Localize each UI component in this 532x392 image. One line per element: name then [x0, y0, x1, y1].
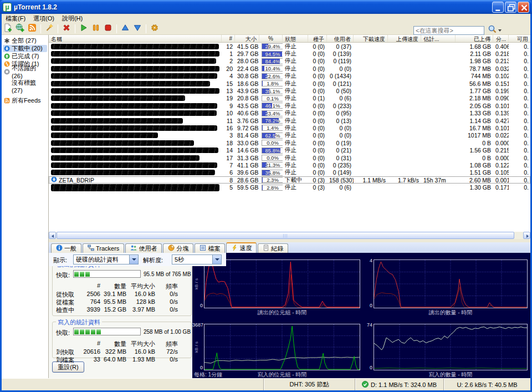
cell-pct: 0.0%0.0%: [259, 140, 283, 146]
cell-peers: 0 (6): [327, 184, 354, 191]
sidebar-item[interactable]: 已完成 (7): [3, 53, 47, 60]
column-header[interactable]: 名稱: [49, 35, 222, 42]
cell-ratio: 0.199: [493, 88, 509, 94]
table-row[interactable]: 113.76 GB78.2%78.2%停止0 (0)0 (13)1.14 GB0…: [49, 117, 530, 124]
toolbar-separator: [116, 24, 117, 33]
menu-item[interactable]: 說明(H): [58, 14, 86, 23]
search-dropdown-icon[interactable]: [498, 29, 502, 32]
cell-size: 81.4 GB: [235, 132, 259, 139]
table-row[interactable]: 639.6 GB35.8%35.8%停止0 (0)0 (149)1.51 GB0…: [49, 169, 530, 176]
tab-files[interactable]: 檔案: [195, 243, 225, 253]
column-header[interactable]: 大小: [235, 35, 259, 42]
menu-item[interactable]: 檔案(F): [2, 14, 29, 23]
table-row[interactable]: ZETA_BDRIP828.6 GB2.3%2.3%下載中0 (3)158 (5…: [49, 176, 530, 184]
rss-button[interactable]: [26, 23, 38, 34]
restore-button[interactable]: [505, 2, 516, 13]
cell-name: ZETA_BDRIP: [49, 176, 222, 184]
combo-arrow-icon[interactable]: [212, 255, 221, 264]
column-header[interactable]: 使用者: [327, 35, 354, 42]
column-header[interactable]: 下載速度: [354, 35, 388, 42]
progress-bar: 10.4%10.4%: [262, 65, 283, 72]
progress-bar: 1.8%1.8%: [262, 80, 283, 86]
sidebar-item[interactable]: 下載中 (20): [3, 45, 47, 52]
column-header[interactable]: 上傳速度: [388, 35, 421, 42]
censored-name: [51, 133, 158, 138]
sidebar-item[interactable]: 沒有標籤 (27): [3, 83, 47, 90]
title-bar[interactable]: µ µTorrent 1.8.2: [0, 0, 532, 14]
table-row[interactable]: 1731.3 GB0.0%0.0%停止0 (0)0 (31)0 B0.0000.: [49, 154, 530, 161]
column-header[interactable]: 已上傳: [456, 35, 493, 42]
scroll-right-button[interactable]: [523, 232, 530, 239]
table-row[interactable]: 741.1 GB21.3%21.3%停止0 (0)0 (235)1.08 GB0…: [49, 161, 530, 169]
tab-logger[interactable]: 紀錄: [258, 243, 288, 253]
tab-general[interactable]: 一般: [51, 243, 81, 253]
horizontal-scrollbar[interactable]: [49, 232, 530, 239]
table-row[interactable]: 1414.6 GB85.8%85.8%停止0 (0)0 (21)1.56 GB0…: [49, 146, 530, 154]
stop-button[interactable]: [102, 23, 114, 34]
rss-icon: [4, 98, 10, 104]
table-row[interactable]: 430.8 GB22.6%22.6%停止0 (0)0 (1434)744 MB0…: [49, 73, 530, 80]
menu-item[interactable]: 選項(O): [29, 14, 58, 23]
column-header[interactable]: #: [222, 35, 235, 42]
cell-status: 停止: [283, 109, 308, 117]
tab-pieces[interactable]: 分塊: [163, 243, 193, 253]
column-header[interactable]: 估計...: [421, 35, 456, 42]
search-input[interactable]: [413, 26, 484, 35]
stop-icon: [104, 23, 112, 34]
cell-pct: 23.4%23.4%: [259, 110, 283, 116]
progress-bar: 35.1%35.1%: [262, 88, 283, 94]
table-row[interactable]: 1241.5 GB29.4%29.4%停止0 (0)0 (37)1.68 GB0…: [49, 43, 530, 50]
add-url-button[interactable]: [14, 23, 26, 34]
table-row[interactable]: 381.4 GB62.5%62.5%停止0 (0)0 (0)1017 MB0.0…: [49, 132, 530, 139]
sidebar-item[interactable]: 全部 (27): [3, 37, 47, 44]
sidebar-item[interactable]: 所有Feeds: [3, 97, 47, 104]
preferences-button[interactable]: [149, 23, 161, 34]
tab-speed[interactable]: 速度: [226, 242, 257, 253]
add-torrent-button[interactable]: [2, 23, 14, 34]
move-down-button[interactable]: [131, 23, 144, 34]
column-header[interactable]: 狀態: [283, 35, 308, 42]
tab-trackers[interactable]: Trackers: [83, 243, 124, 253]
cell-avail: 0.: [509, 88, 530, 94]
stats-value: 1.93 MB: [126, 356, 155, 364]
stats-source-select[interactable]: 硬碟的統計資料: [73, 254, 139, 264]
pause-button[interactable]: [90, 23, 102, 34]
table-row[interactable]: 2022.4 GB10.4%10.4%停止0 (0)0 (0)78.7 MB0.…: [49, 65, 530, 72]
statusbar-text: DHT: 305 節點: [290, 380, 329, 389]
column-header[interactable]: 種子: [308, 35, 327, 42]
minimize-button[interactable]: [492, 2, 504, 13]
progress-text-inverse: 94.5%: [262, 52, 282, 57]
tab-peers[interactable]: 使用者: [125, 243, 162, 253]
remove-button[interactable]: [60, 23, 73, 34]
progress-text-inverse: 78.2%: [262, 118, 279, 123]
start-button[interactable]: [78, 23, 90, 34]
cell-pct: 1.4%1.4%: [259, 125, 283, 131]
table-row[interactable]: 1518.6 GB1.8%1.8%停止0 (0)0 (121)56.6 MB0.…: [49, 80, 530, 87]
table-row[interactable]: 1833.0 GB0.0%0.0%停止0 (0)0 (19)0 B0.0000.: [49, 139, 530, 146]
close-button[interactable]: [518, 2, 529, 13]
scroll-left-button[interactable]: [49, 232, 56, 239]
column-header[interactable]: 可用: [509, 35, 530, 42]
scroll-right-icon: [526, 235, 529, 238]
table-row[interactable]: 559.5 GB2.8%2.8%停止0 (3)0 (6)1.30 GB0.171…: [49, 184, 530, 191]
cell-seeds: 0 (0): [308, 147, 327, 154]
table-row[interactable]: 228.0 GB84.4%84.4%停止0 (0)0 (119)1.98 GB0…: [49, 58, 530, 65]
table-row[interactable]: 169.72 GB1.4%1.4%停止0 (0)0 (0)16.7 MB0.10…: [49, 124, 530, 131]
search-icon[interactable]: [488, 24, 497, 36]
table-row[interactable]: 1343.9 GB35.1%35.1%停止0 (0)0 (50)1.77 GB0…: [49, 87, 530, 94]
progress-text: 1.4%: [262, 125, 283, 130]
table-row[interactable]: 1920.8 GB0.1%0.1%停止0 (1)0 (6)2.18 MB0.09…: [49, 95, 530, 102]
create-torrent-button[interactable]: [43, 23, 55, 34]
scrollbar-thumb[interactable]: [57, 232, 514, 239]
sidebar-item[interactable]: 不活躍的 (26): [3, 68, 47, 75]
column-header[interactable]: 分...: [493, 35, 509, 42]
table-row[interactable]: 129.7 GB94.5%94.5%停止0 (0)0 (139)2.11 GB0…: [49, 50, 530, 57]
table-row[interactable]: 943.5 GB46.1%46.1%停止0 (0)0 (233)2.05 GB0…: [49, 102, 530, 109]
cell-eta: 15h 37m: [421, 177, 456, 184]
resolution-select[interactable]: 5秒: [172, 254, 222, 264]
table-row[interactable]: 1040.6 GB23.4%23.4%停止0 (0)0 (95)1.33 GB0…: [49, 110, 530, 117]
move-up-button[interactable]: [119, 23, 131, 34]
column-header[interactable]: %: [259, 35, 283, 42]
cell-status: 停止: [283, 131, 308, 139]
combo-arrow-icon[interactable]: [129, 255, 138, 264]
